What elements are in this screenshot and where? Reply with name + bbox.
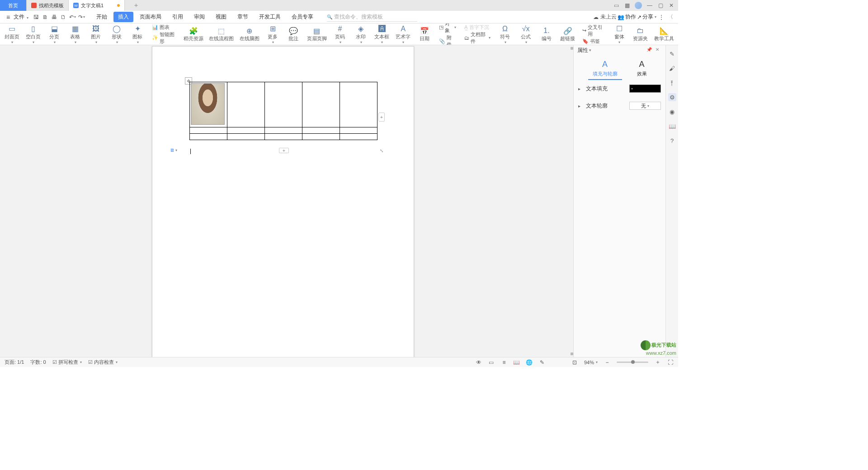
word-count[interactable]: 字数: 0 xyxy=(30,359,46,366)
table-add-row-button[interactable]: + xyxy=(279,148,289,153)
paragraph-options-icon[interactable]: 🗎 xyxy=(170,147,177,153)
tab-view[interactable]: 视图 xyxy=(211,12,231,22)
table-resize-handle[interactable]: ⤡ xyxy=(380,148,384,153)
blank-page[interactable]: ▯空白页 xyxy=(27,24,40,44)
read-icon[interactable]: 📖 xyxy=(668,122,676,130)
collab-button[interactable]: 👥 协作 xyxy=(618,13,636,21)
docer-resource[interactable]: 🧩稻壳资源 xyxy=(184,26,202,42)
tab-templates[interactable]: 找稻壳模板 xyxy=(27,0,69,11)
style-pane-icon[interactable]: ✎ xyxy=(668,50,676,58)
more-menu[interactable]: ⋮ xyxy=(657,13,665,21)
zoom-slider[interactable] xyxy=(617,362,648,363)
tab-document[interactable]: W 文字文稿1 xyxy=(69,0,125,11)
fit-width-icon[interactable]: ⊡ xyxy=(571,359,578,366)
protect-icon[interactable]: ◉ xyxy=(668,108,676,116)
text-box[interactable]: 🅰文本框 xyxy=(375,24,388,44)
insert-more[interactable]: ⊞更多 xyxy=(266,24,279,44)
inserted-photo[interactable] xyxy=(191,83,225,125)
eye-icon[interactable]: 👁 xyxy=(476,359,482,366)
insert-picture[interactable]: 🖼图片 xyxy=(90,24,102,44)
redo-button[interactable]: ↷ xyxy=(77,13,85,21)
tab-references[interactable]: 引用 xyxy=(168,12,188,22)
file-menu[interactable]: 文件 xyxy=(4,13,31,21)
undo-button[interactable]: ↶ xyxy=(68,13,76,21)
page-number[interactable]: #页码 xyxy=(334,24,346,44)
document-canvas[interactable]: ✥ + + ⤡ 🗎 xyxy=(0,45,571,357)
resource-folder[interactable]: 🗀资源夹 xyxy=(634,26,647,42)
insert-shape[interactable]: ◯形状 xyxy=(110,24,123,44)
view-web-icon[interactable]: 🌐 xyxy=(526,359,533,366)
insert-table[interactable]: ▦表格 xyxy=(69,24,81,44)
tab-home[interactable]: 首页 xyxy=(0,0,27,11)
tab-start[interactable]: 开始 xyxy=(92,12,112,22)
new-tab-button[interactable]: ＋ xyxy=(125,0,147,11)
minimize-button[interactable]: — xyxy=(646,2,653,9)
watermark[interactable]: ◈水印 xyxy=(354,24,367,44)
expand-text-outline[interactable] xyxy=(578,103,582,109)
collapse-ribbon[interactable]: 〈 xyxy=(666,13,675,21)
tab-developer[interactable]: 开发工具 xyxy=(255,12,285,22)
teaching-tools[interactable]: 📐教学工具 xyxy=(655,26,673,42)
view-focus-icon[interactable]: ✎ xyxy=(539,359,545,366)
zoom-out[interactable]: − xyxy=(604,359,610,366)
word-art[interactable]: A艺术字 xyxy=(396,24,410,44)
zoom-in[interactable]: ＋ xyxy=(655,359,661,366)
hyperlink[interactable]: 🔗超链接 xyxy=(561,26,574,42)
prop-tab-fill[interactable]: A填充与轮廓 xyxy=(588,58,622,80)
document-table[interactable] xyxy=(189,82,377,140)
select-icon[interactable]: ⭱ xyxy=(668,79,676,87)
tab-pagelayout[interactable]: 页面布局 xyxy=(135,12,166,22)
tab-insert[interactable]: 插入 xyxy=(113,12,133,22)
view-read-icon[interactable]: 📖 xyxy=(514,359,520,366)
zoom-level[interactable]: 94% xyxy=(584,360,598,365)
insert-icon[interactable]: ✦图标 xyxy=(131,24,144,44)
insert-equation[interactable]: √x公式 xyxy=(519,24,532,44)
online-mindmap[interactable]: ⊕在线脑图 xyxy=(241,26,258,42)
cloud-status[interactable]: 未上云 xyxy=(593,13,617,21)
tab-sections[interactable]: 章节 xyxy=(233,12,253,22)
text-outline-select[interactable]: 无 xyxy=(629,102,661,110)
bookmark[interactable]: 🔖书签 xyxy=(582,38,605,45)
tabset-icon[interactable]: ▭ xyxy=(613,2,619,9)
close-button[interactable]: ✕ xyxy=(668,2,675,9)
doc-parts[interactable]: 🗂文档部件 xyxy=(464,31,491,45)
table-add-column-button[interactable]: + xyxy=(378,113,385,122)
apps-icon[interactable]: ▦ xyxy=(624,2,630,9)
insert-chart[interactable]: 📊图表 xyxy=(152,24,176,31)
form-control[interactable]: ☐窗体 xyxy=(613,24,626,44)
expand-text-fill[interactable] xyxy=(578,85,582,92)
tab-review[interactable]: 审阅 xyxy=(189,12,209,22)
header-footer[interactable]: ▤页眉页脚 xyxy=(308,26,326,42)
drop-cap[interactable]: A̲首字下沉 xyxy=(464,24,491,31)
insert-date[interactable]: 📅日期 xyxy=(418,26,431,42)
insert-comment[interactable]: 💬批注 xyxy=(287,26,300,42)
online-flowchart[interactable]: ⬚在线流程图 xyxy=(210,26,232,42)
insert-symbol[interactable]: Ω符号 xyxy=(499,24,511,44)
close-panel-icon[interactable]: ✕ xyxy=(656,47,662,53)
content-check[interactable]: ☑ 内容检查 xyxy=(88,359,118,366)
tab-member[interactable]: 会员专享 xyxy=(287,12,318,22)
print-preview-button[interactable]: 🗋 xyxy=(59,13,67,21)
text-fill-color[interactable] xyxy=(629,85,661,93)
view-page-icon[interactable]: ▭ xyxy=(488,359,495,366)
help-icon[interactable]: ? xyxy=(668,136,676,145)
cover-page[interactable]: ▭封面页 xyxy=(5,24,19,44)
share-button[interactable]: ↗ 分享 xyxy=(637,13,656,21)
pin-icon[interactable]: 📌 xyxy=(646,47,653,53)
page-indicator[interactable]: 页面: 1/1 xyxy=(5,359,24,366)
brush-icon[interactable]: 🖌 xyxy=(668,64,676,72)
settings-icon[interactable]: ⚙ xyxy=(668,93,676,101)
insert-attachment[interactable]: 📎附件 xyxy=(439,34,456,45)
insert-numbering[interactable]: 1.编号 xyxy=(540,26,553,42)
save-as-button[interactable]: 🗎 xyxy=(41,13,49,21)
view-outline-icon[interactable]: ≡ xyxy=(501,359,507,366)
insert-object[interactable]: ◳对象 xyxy=(439,24,456,34)
maximize-button[interactable]: ▢ xyxy=(657,2,664,9)
print-button[interactable]: 🖶 xyxy=(50,13,58,21)
smart-art[interactable]: ✨智能图形 xyxy=(152,31,176,45)
user-avatar[interactable] xyxy=(635,2,642,9)
page-break[interactable]: ⬓分页 xyxy=(48,24,61,44)
prop-tab-effect[interactable]: A效果 xyxy=(632,58,651,80)
command-search[interactable]: 查找命令、搜索模板 xyxy=(327,13,417,22)
fullscreen-icon[interactable]: ⛶ xyxy=(667,359,674,366)
